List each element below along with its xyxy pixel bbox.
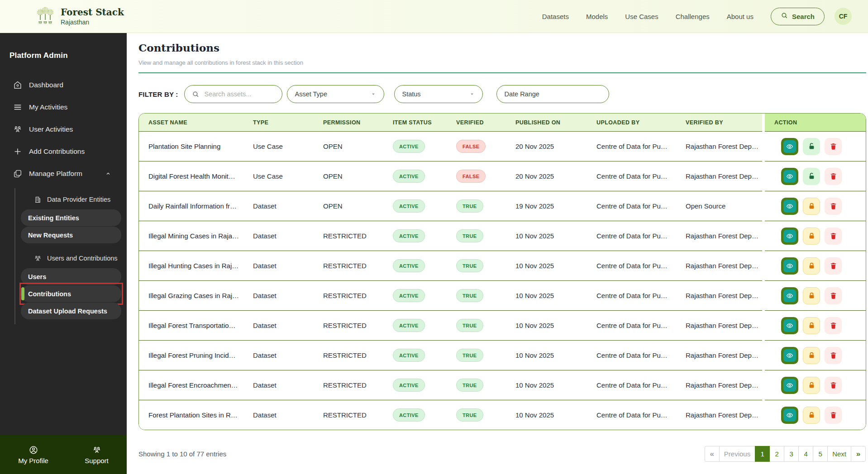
search-assets-field[interactable] — [184, 85, 282, 103]
search-button[interactable]: Search — [771, 8, 825, 25]
cell-actions — [762, 257, 866, 275]
cell-type: Use Case — [253, 142, 323, 150]
lock-button[interactable] — [803, 377, 820, 394]
cell-uploaded-by: Centre of Data for Pu… — [596, 411, 686, 419]
verified-badge: FALSE — [456, 140, 486, 153]
delete-button[interactable] — [825, 168, 842, 185]
column-header-type: TYPE — [253, 114, 323, 131]
sidebar-item-label: Contributions — [28, 290, 71, 298]
sidebar-item-label: Manage Platform — [29, 170, 82, 178]
eye-icon — [786, 292, 794, 300]
view-button[interactable] — [781, 168, 798, 185]
lock-button[interactable] — [803, 347, 820, 364]
pagination-first[interactable]: « — [705, 446, 720, 462]
cell-actions — [762, 347, 866, 364]
cell-actions — [762, 138, 866, 155]
lock-button[interactable] — [803, 317, 820, 334]
delete-button[interactable] — [825, 257, 842, 275]
view-button[interactable] — [781, 257, 798, 275]
delete-button[interactable] — [825, 287, 842, 304]
view-button[interactable] — [781, 347, 798, 364]
cell-verified: TRUE — [456, 379, 515, 392]
pagination-page-4[interactable]: 4 — [798, 446, 813, 462]
table-row: Daily Rainfall Information fr…DatasetOPE… — [139, 191, 866, 221]
sidebar-item-dashboard[interactable]: Dashboard — [0, 74, 127, 96]
delete-button[interactable] — [825, 407, 842, 424]
delete-button[interactable] — [825, 228, 842, 245]
sidebar-item-user-activities[interactable]: User Activities — [0, 118, 127, 140]
sidebar-item-existing-entities[interactable]: Existing Entities — [21, 209, 121, 226]
pagination-page-3[interactable]: 3 — [784, 446, 799, 462]
search-assets-input[interactable] — [203, 90, 268, 98]
delete-button[interactable] — [825, 138, 842, 155]
sidebar-footer-support[interactable]: Support — [85, 445, 109, 465]
top-nav-about-us[interactable]: About us — [727, 13, 754, 20]
lock-open-icon — [807, 172, 816, 180]
cell-item-status: ACTIVE — [393, 319, 456, 332]
sidebar-item-label: Dashboard — [29, 81, 63, 89]
sidebar-item-new-requests[interactable]: New Requests — [21, 227, 121, 243]
brand-region: Rajasthan — [61, 19, 124, 26]
status-badge: ACTIVE — [393, 289, 425, 302]
cell-asset-name: Daily Rainfall Information fr… — [148, 202, 253, 210]
asset-type-select[interactable]: Asset Type — [287, 85, 384, 103]
sidebar-item-add-contributions[interactable]: Add Contributions — [0, 140, 127, 162]
lock-button[interactable] — [803, 168, 820, 185]
trash-icon — [829, 411, 838, 419]
sidebar-title: Platform Admin — [0, 51, 127, 60]
column-header-permission: PERMISSION — [323, 114, 393, 131]
sidebar-item-users-and-contributions[interactable]: Users and Contributions — [21, 249, 121, 268]
sidebar-item-dataset-upload-requests[interactable]: Dataset Upload Requests — [21, 303, 121, 319]
top-nav-use-cases[interactable]: Use Cases — [625, 13, 658, 20]
cell-asset-name: Illegal Mining Cases in Raja… — [148, 232, 253, 240]
view-button[interactable] — [781, 377, 798, 394]
active-indicator-bar — [21, 287, 24, 300]
lock-button[interactable] — [803, 228, 820, 245]
pagination-page-2[interactable]: 2 — [769, 446, 784, 462]
view-button[interactable] — [781, 317, 798, 334]
lock-button[interactable] — [803, 407, 820, 424]
sidebar-footer-my-profile[interactable]: My Profile — [18, 445, 48, 465]
sidebar-item-data-provider-entities[interactable]: Data Provider Entities — [21, 190, 121, 209]
cell-type: Dataset — [253, 262, 323, 270]
lock-button[interactable] — [803, 138, 820, 155]
lock-button[interactable] — [803, 287, 820, 304]
sidebar-item-my-activities[interactable]: My Activities — [0, 96, 127, 118]
trash-icon — [829, 291, 838, 300]
cell-permission: RESTRICTED — [323, 381, 393, 389]
sidebar-item-contributions[interactable]: Contributions — [21, 285, 121, 302]
table-row: Forest Plantation Sites in R…DatasetREST… — [139, 400, 866, 430]
avatar[interactable]: CF — [835, 8, 852, 25]
lock-closed-icon — [807, 261, 816, 270]
cell-actions — [762, 168, 866, 185]
sidebar-item-manage-platform[interactable]: Manage Platform — [0, 162, 127, 185]
pagination-next[interactable]: Next — [827, 446, 851, 462]
view-button[interactable] — [781, 228, 798, 245]
status-select[interactable]: Status — [394, 85, 483, 103]
cell-type: Dataset — [253, 322, 323, 329]
pagination-page-5[interactable]: 5 — [813, 446, 828, 462]
table-row: Illegal Hunting Cases in Raj…DatasetREST… — [139, 251, 866, 280]
pagination-page-1[interactable]: 1 — [755, 446, 770, 462]
cell-type: Dataset — [253, 351, 323, 359]
view-button[interactable] — [781, 198, 798, 215]
view-button[interactable] — [781, 407, 798, 424]
delete-button[interactable] — [825, 198, 842, 215]
delete-button[interactable] — [825, 317, 842, 334]
pagination-last[interactable]: » — [851, 446, 866, 462]
delete-button[interactable] — [825, 347, 842, 364]
filter-by-label: FILTER BY : — [138, 90, 178, 98]
lock-button[interactable] — [803, 257, 820, 275]
top-nav-models[interactable]: Models — [586, 13, 608, 20]
top-nav-challenges[interactable]: Challenges — [676, 13, 710, 20]
lock-button[interactable] — [803, 198, 820, 215]
top-nav-datasets[interactable]: Datasets — [542, 13, 569, 20]
view-button[interactable] — [781, 287, 798, 304]
delete-button[interactable] — [825, 377, 842, 394]
date-range-field[interactable]: Date Range — [496, 85, 609, 103]
status-badge: ACTIVE — [393, 349, 425, 362]
pagination-prev[interactable]: Previous — [719, 446, 755, 462]
sidebar-item-users[interactable]: Users — [21, 268, 121, 285]
cell-permission: RESTRICTED — [323, 322, 393, 329]
view-button[interactable] — [781, 138, 798, 155]
